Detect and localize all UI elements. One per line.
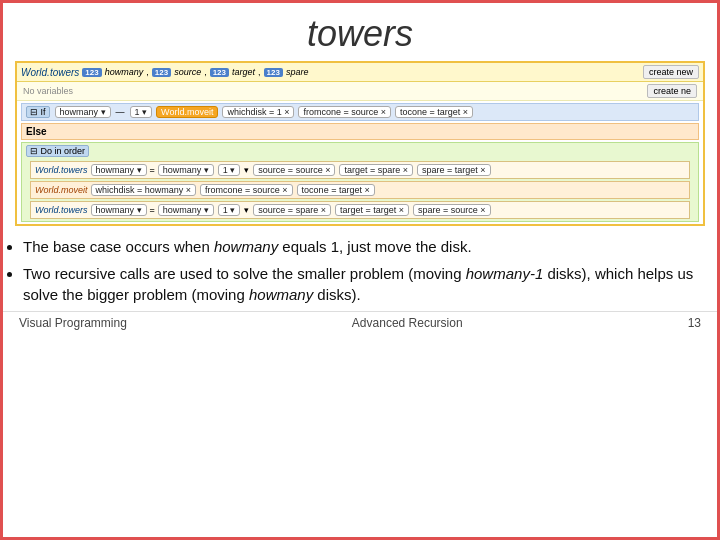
world-towers-label: World.towers xyxy=(21,67,79,78)
badge-target: 123 xyxy=(210,68,229,77)
badge-spare: 123 xyxy=(264,68,283,77)
if-block: ⊟ If howmany ▾ — 1 ▾ World.moveit whichd… xyxy=(21,103,699,121)
one-row3[interactable]: 1 ▾ xyxy=(218,204,241,216)
footer: Visual Programming Advanced Recursion 13 xyxy=(3,311,717,334)
target-spare-row1[interactable]: target = spare × xyxy=(339,164,413,176)
moveit-label: World.moveit xyxy=(156,106,218,118)
one-pill[interactable]: 1 ▾ xyxy=(130,106,153,118)
else-label: Else xyxy=(26,126,47,137)
whichdisk-row2[interactable]: whichdisk = howmany × xyxy=(91,184,197,196)
code-area: World.towers 123 howmany , 123 source , … xyxy=(15,61,705,226)
towers-label-3: World.towers xyxy=(35,205,88,215)
towers-row-1: World.towers howmany ▾ = howmany ▾ 1 ▾ ▾… xyxy=(30,161,690,179)
howmany-pill[interactable]: howmany ▾ xyxy=(55,106,111,118)
do-in-order-ctrl[interactable]: ⊟ Do in order xyxy=(26,145,89,157)
param-spare: spare xyxy=(286,67,309,77)
bullet-2: Two recursive calls are used to solve th… xyxy=(23,263,701,305)
tocone-row2[interactable]: tocone = target × xyxy=(297,184,375,196)
else-block: Else xyxy=(21,123,699,140)
whichdisk-pill[interactable]: whichdisk = 1 × xyxy=(222,106,294,118)
target-target-row3[interactable]: target = target × xyxy=(335,204,409,216)
moveit-row: World.moveit whichdisk = howmany × fromc… xyxy=(30,181,690,199)
top-bar: World.towers 123 howmany , 123 source , … xyxy=(17,63,703,82)
fromcone-row2[interactable]: fromcone = source × xyxy=(200,184,293,196)
badge-howmany: 123 xyxy=(82,68,101,77)
param-target: target xyxy=(232,67,255,77)
howmany-row1[interactable]: howmany ▾ xyxy=(91,164,147,176)
param-source: source xyxy=(174,67,201,77)
spare-source-row3[interactable]: spare = source × xyxy=(413,204,491,216)
towers-row-3: World.towers howmany ▾ = howmany ▾ 1 ▾ ▾… xyxy=(30,201,690,219)
towers-label-1: World.towers xyxy=(35,165,88,175)
footer-left: Visual Programming xyxy=(19,316,127,330)
page-title: towers xyxy=(3,3,717,61)
footer-right: 13 xyxy=(688,316,701,330)
fromcone-pill[interactable]: fromcone = source × xyxy=(298,106,391,118)
tocone-pill[interactable]: tocone = target × xyxy=(395,106,473,118)
howmany-val-row1[interactable]: howmany ▾ xyxy=(158,164,214,176)
howmany-val-row3[interactable]: howmany ▾ xyxy=(158,204,214,216)
one-row1[interactable]: 1 ▾ xyxy=(218,164,241,176)
no-vars-label: No variables xyxy=(23,86,73,96)
do-in-order-block: ⊟ Do in order World.towers howmany ▾ = h… xyxy=(21,142,699,222)
spare-target-row1[interactable]: spare = target × xyxy=(417,164,491,176)
badge-source: 123 xyxy=(152,68,171,77)
no-vars-bar: No variables create ne xyxy=(17,82,703,101)
moveit-label-row2: World.moveit xyxy=(35,185,88,195)
create-new-button-2[interactable]: create ne xyxy=(647,84,697,98)
bullet-1: The base case occurs when howmany equals… xyxy=(23,236,701,257)
create-new-button[interactable]: create new xyxy=(643,65,699,79)
source-spare-row3[interactable]: source = spare × xyxy=(253,204,331,216)
if-ctrl[interactable]: ⊟ If xyxy=(26,106,50,118)
howmany-row3[interactable]: howmany ▾ xyxy=(91,204,147,216)
footer-center: Advanced Recursion xyxy=(352,316,463,330)
bullets-list: The base case occurs when howmany equals… xyxy=(23,236,701,305)
source-source-row1[interactable]: source = source × xyxy=(253,164,335,176)
param-howmany: howmany xyxy=(105,67,144,77)
